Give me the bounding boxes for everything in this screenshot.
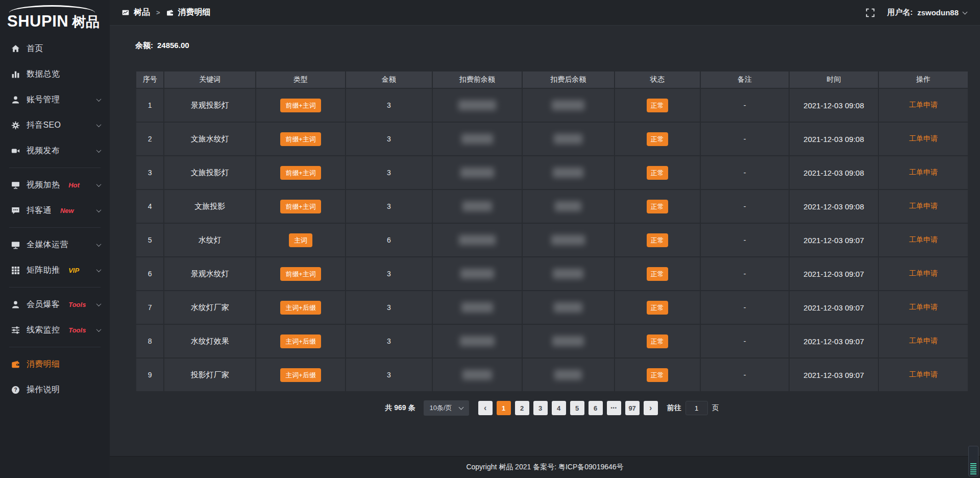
ticket-request-link[interactable]: 工单申请 [909, 370, 938, 378]
balance-before-redacted [461, 302, 493, 313]
footer: Copyright 树品 2021 备案号: 粤ICP备09019646号 [110, 456, 980, 478]
page-button-1[interactable]: 1 [497, 401, 511, 415]
sidebar-item-lead-monitoring[interactable]: 线索监控Tools [0, 317, 110, 343]
breadcrumb-root[interactable]: 树品 [134, 7, 150, 18]
sidebar-item-label: 账号管理 [27, 94, 60, 105]
balance: 余额: 24856.00 [135, 41, 969, 51]
prev-page-button[interactable]: ‹ [478, 401, 493, 415]
page-button-97[interactable]: 97 [625, 401, 640, 415]
keyword-cell: 投影灯厂家 [164, 358, 255, 392]
sidebar-item-member-baoke[interactable]: 会员爆客Tools [0, 292, 110, 317]
balance-before-cell [432, 291, 522, 324]
action-cell: 工单申请 [878, 122, 968, 156]
balance-after-redacted [552, 336, 584, 346]
gear-icon [11, 121, 20, 130]
column-header: 备注 [700, 71, 790, 88]
balance-after-cell [522, 257, 615, 291]
status-badge: 正常 [647, 166, 668, 180]
row-index-cell: 5 [136, 223, 164, 257]
fullscreen-icon[interactable] [866, 8, 875, 17]
type-cell: 前缀+主词 [256, 156, 346, 189]
action-cell: 工单申请 [878, 156, 968, 189]
ticket-request-link[interactable]: 工单申请 [909, 303, 938, 311]
balance-before-redacted [461, 134, 493, 144]
sidebar-item-douketong[interactable]: 抖客通New [0, 198, 110, 223]
amount-cell: 3 [346, 189, 432, 223]
type-badge: 前缀+主词 [280, 200, 321, 213]
user-menu[interactable]: 用户名: zswodun88 [887, 8, 967, 17]
page-button-4[interactable]: 4 [552, 401, 566, 415]
type-cell: 主词 [256, 223, 346, 257]
page-button-2[interactable]: 2 [515, 401, 529, 415]
sidebar-item-douyin-seo[interactable]: 抖音SEO [0, 112, 110, 138]
pagination-ellipsis[interactable]: ••• [607, 401, 621, 415]
page-button-6[interactable]: 6 [589, 401, 603, 415]
ticket-request-link[interactable]: 工单申请 [909, 101, 938, 109]
time-cell: 2021-12-03 09:07 [789, 358, 878, 392]
chevron-down-icon [96, 301, 102, 306]
sidebar-item-consumption-details[interactable]: 消费明细 [0, 351, 110, 377]
sidebar-item-home[interactable]: 首页 [0, 36, 110, 61]
sidebar-item-badge: Tools [68, 326, 86, 334]
sidebar-item-account-management[interactable]: 账号管理 [0, 87, 110, 112]
sidebar-item-data-overview[interactable]: 数据总览 [0, 61, 110, 87]
chevron-down-icon [96, 327, 102, 332]
status-cell: 正常 [615, 358, 700, 392]
home-icon [11, 44, 20, 53]
status-badge: 正常 [647, 99, 668, 112]
ticket-request-link[interactable]: 工单申请 [909, 337, 938, 345]
column-header: 状态 [615, 71, 700, 88]
time-cell: 2021-12-03 09:07 [789, 324, 878, 358]
page-size-select[interactable]: 10条/页 [424, 400, 469, 416]
row-index-cell: 7 [136, 291, 164, 324]
sidebar-item-label: 操作说明 [27, 385, 60, 395]
row-index-cell: 1 [136, 88, 164, 122]
ticket-request-link[interactable]: 工单申请 [909, 168, 938, 176]
logo-text-en: SHUPIN [7, 13, 68, 29]
goto-page-input[interactable] [685, 401, 708, 415]
table-row: 1景观投影灯前缀+主词3正常-2021-12-03 09:08工单申请 [136, 88, 968, 122]
app-screen-icon [122, 9, 129, 16]
cast-icon [11, 181, 20, 189]
action-cell: 工单申请 [878, 257, 968, 291]
sidebar-item-matrix-boost[interactable]: 矩阵助推VIP [0, 257, 110, 283]
sidebar-item-video-heating[interactable]: 视频加热Hot [0, 172, 110, 198]
sidebar-item-badge: VIP [68, 267, 79, 274]
page-button-5[interactable]: 5 [570, 401, 584, 415]
sidebar-item-video-publish[interactable]: 视频发布 [0, 138, 110, 163]
sidebar-item-operation-guide[interactable]: ?操作说明 [0, 377, 110, 402]
sidebar-item-label: 线索监控 [27, 325, 60, 336]
balance-before-redacted [460, 336, 495, 346]
sidebar-item-label: 首页 [27, 43, 43, 54]
svg-text:?: ? [14, 387, 17, 393]
ticket-request-link[interactable]: 工单申请 [909, 235, 938, 244]
sidebar-menu: 首页数据总览账号管理抖音SEO视频发布视频加热Hot抖客通New全媒体运营矩阵助… [0, 36, 110, 402]
keyword-cell: 文旅投影灯 [164, 156, 255, 189]
next-page-button[interactable]: › [644, 401, 658, 415]
page-button-3[interactable]: 3 [533, 401, 548, 415]
keyword-cell: 水纹灯厂家 [164, 291, 255, 324]
column-header: 关键词 [164, 71, 255, 88]
status-badge: 正常 [647, 267, 668, 281]
balance-after-cell [522, 324, 615, 358]
type-badge: 主词+后缀 [280, 334, 321, 348]
sidebar-item-label: 抖音SEO [27, 120, 61, 131]
keyword-cell: 文旅投影 [164, 189, 255, 223]
ticket-request-link[interactable]: 工单申请 [909, 134, 938, 142]
ticket-request-link[interactable]: 工单申请 [909, 269, 938, 277]
time-cell: 2021-12-03 09:08 [789, 189, 878, 223]
balance-before-redacted [458, 100, 496, 110]
table-row: 5水纹灯主词6正常-2021-12-03 09:07工单申请 [136, 223, 968, 257]
pagination: 共 969 条10条/页‹123456•••97›前往页 [135, 400, 969, 416]
bar-chart-icon [11, 70, 20, 79]
status-badge: 正常 [647, 233, 668, 247]
breadcrumb-separator: > [155, 9, 162, 16]
amount-cell: 3 [346, 358, 432, 392]
balance-before-redacted [462, 370, 492, 380]
amount-cell: 3 [346, 156, 432, 189]
ticket-request-link[interactable]: 工单申请 [909, 202, 938, 210]
monitor-icon [11, 241, 20, 249]
user-icon [11, 95, 20, 104]
sidebar-item-all-media-operation[interactable]: 全媒体运营 [0, 232, 110, 257]
balance-after-redacted [552, 100, 584, 110]
